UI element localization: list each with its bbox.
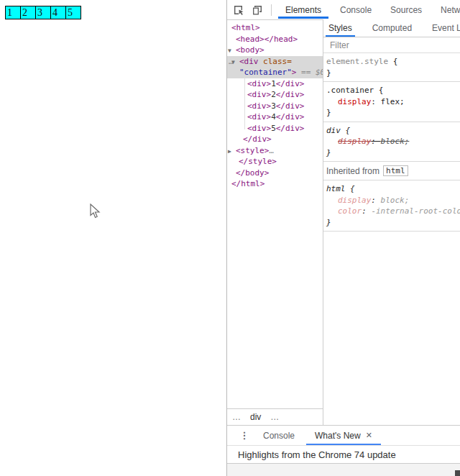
code-token: <body> bbox=[236, 45, 264, 55]
flex-container: 12345 bbox=[5, 6, 80, 19]
device-toolbar-icon[interactable] bbox=[251, 4, 264, 17]
closing-brace: } bbox=[326, 68, 459, 79]
sidebar-tab-event-listeners[interactable]: Event Listeners bbox=[432, 19, 460, 37]
tree-node[interactable]: </style> bbox=[227, 156, 323, 168]
property-name: color bbox=[338, 206, 362, 216]
css-rule: element.style {} bbox=[323, 53, 460, 82]
tree-node[interactable]: <head></head> bbox=[227, 34, 323, 45]
devtools-tab-sources[interactable]: Sources bbox=[381, 0, 431, 19]
devtools-tab-network[interactable]: Network bbox=[431, 0, 460, 19]
tree-node[interactable]: …▼<div class= bbox=[227, 56, 323, 68]
code-token: <head></head> bbox=[236, 35, 298, 44]
devtools-tab-elements[interactable]: Elements bbox=[276, 0, 331, 19]
code-token: <div bbox=[239, 57, 259, 66]
tree-node[interactable]: <div>2</div> bbox=[227, 89, 323, 101]
code-token: </div> bbox=[276, 101, 305, 111]
drawer-tab-label: Console bbox=[263, 431, 295, 441]
styles-filter-input[interactable]: Filter bbox=[323, 37, 460, 53]
mouse-cursor-icon bbox=[90, 203, 101, 222]
whats-new-heading[interactable]: Highlights from the Chrome 74 update bbox=[238, 449, 396, 460]
code-token: 2 bbox=[271, 90, 276, 99]
breadcrumb-item[interactable]: div bbox=[250, 412, 261, 422]
css-rule: div {display: block;} bbox=[323, 122, 460, 163]
brace: { bbox=[346, 184, 355, 193]
css-property[interactable]: color: -internal-root-color; bbox=[326, 206, 459, 217]
devtools-panel: ElementsConsoleSourcesNetwork <html><hea… bbox=[226, 0, 460, 476]
code-token: 3 bbox=[271, 101, 276, 111]
code-token: 5 bbox=[271, 124, 276, 133]
toolbar-separator bbox=[271, 4, 272, 16]
elements-tree-panel: <html><head></head>▼<body>…▼<div class="… bbox=[227, 19, 323, 425]
property-value: -internal-root-color; bbox=[371, 206, 460, 216]
breadcrumb-item[interactable]: … bbox=[270, 412, 279, 422]
devtools-toolbar: ElementsConsoleSourcesNetwork bbox=[227, 0, 460, 19]
property-value: flex; bbox=[381, 97, 405, 106]
property-name: display bbox=[338, 97, 371, 106]
inherited-from-label: Inherited from bbox=[326, 166, 380, 176]
tree-node[interactable]: <div>3</div> bbox=[227, 101, 323, 112]
css-selector[interactable]: .container { bbox=[326, 85, 459, 96]
tree-expand-arrow-icon[interactable]: ▶ bbox=[228, 146, 236, 157]
code-token: </style> bbox=[239, 157, 277, 166]
code-token: <div> bbox=[247, 90, 271, 99]
code-token: <div> bbox=[247, 124, 271, 133]
selector-text: element.style bbox=[326, 57, 388, 66]
drawer-tab-label: What's New bbox=[315, 431, 361, 441]
code-token: 4 bbox=[271, 112, 276, 122]
corner-artifact bbox=[455, 470, 460, 476]
drawer-tab-console[interactable]: Console bbox=[253, 426, 305, 445]
flex-item-box: 3 bbox=[35, 6, 51, 19]
whats-new-panel: Highlights from the Chrome 74 update bbox=[227, 445, 460, 464]
code-token: <div> bbox=[247, 101, 271, 111]
tree-expand-arrow-icon[interactable]: ▼ bbox=[228, 45, 236, 57]
brace: { bbox=[341, 126, 350, 135]
tree-node[interactable]: ▶<style>… bbox=[227, 145, 323, 157]
css-property[interactable]: display: block; bbox=[326, 136, 459, 147]
property-name: display bbox=[338, 137, 371, 146]
tree-node[interactable]: <div>5</div> bbox=[227, 123, 323, 134]
close-icon[interactable]: ✕ bbox=[366, 431, 372, 440]
flex-item-box: 2 bbox=[20, 6, 36, 19]
selector-text: .container bbox=[326, 86, 374, 95]
breadcrumb-item[interactable]: … bbox=[232, 412, 241, 422]
sidebar-tab-styles[interactable]: Styles bbox=[328, 19, 352, 37]
devtools-tab-console[interactable]: Console bbox=[331, 0, 381, 19]
css-property[interactable]: display: block; bbox=[326, 195, 459, 206]
code-token: … bbox=[269, 146, 274, 155]
screen: 12345 bbox=[0, 0, 460, 476]
inherited-from-header: Inherited fromhtml bbox=[323, 162, 460, 180]
kebab-menu-icon[interactable]: ⋮ bbox=[236, 426, 253, 445]
filter-placeholder: Filter bbox=[330, 40, 349, 50]
tree-indent-guide bbox=[244, 78, 245, 129]
tree-node[interactable]: </body> bbox=[227, 168, 323, 179]
css-selector[interactable]: div { bbox=[326, 125, 459, 137]
tree-node[interactable]: "container"> == $0 bbox=[227, 67, 323, 78]
inspect-element-icon[interactable] bbox=[232, 4, 245, 17]
tree-node[interactable]: ▼<body> bbox=[227, 45, 323, 56]
code-token: </body> bbox=[236, 168, 269, 178]
tree-node[interactable]: </html> bbox=[227, 178, 323, 190]
inherited-node-link[interactable]: html bbox=[383, 165, 408, 176]
drawer-tab-what-s-new[interactable]: What's New✕ bbox=[305, 426, 382, 445]
css-selector[interactable]: element.style { bbox=[326, 56, 459, 68]
property-name: display bbox=[338, 196, 371, 205]
tree-node[interactable]: <html> bbox=[227, 22, 323, 34]
styles-sidebar: StylesComputedEvent Listeners Filter ele… bbox=[323, 19, 460, 425]
closing-brace: } bbox=[326, 107, 459, 119]
tree-node[interactable]: <div>1</div> bbox=[227, 78, 323, 90]
property-value: block; bbox=[381, 196, 410, 205]
brace: { bbox=[388, 57, 397, 66]
code-token: </div> bbox=[276, 90, 305, 99]
css-property[interactable]: display: flex; bbox=[326, 96, 459, 108]
tree-node[interactable]: </div> bbox=[227, 134, 323, 145]
code-token: </div> bbox=[243, 134, 272, 144]
css-selector[interactable]: html { bbox=[326, 183, 459, 195]
code-token: <style> bbox=[236, 146, 269, 155]
devtools-drawer: ⋮ ConsoleWhat's New✕ Highlights from the… bbox=[227, 425, 460, 476]
flex-item-box: 1 bbox=[5, 6, 21, 19]
code-token: == $0 bbox=[296, 68, 323, 77]
sidebar-tab-computed[interactable]: Computed bbox=[372, 19, 412, 37]
code-token: 1 bbox=[271, 79, 276, 88]
tree-node[interactable]: <div>4</div> bbox=[227, 111, 323, 123]
code-token: </html> bbox=[231, 179, 264, 188]
